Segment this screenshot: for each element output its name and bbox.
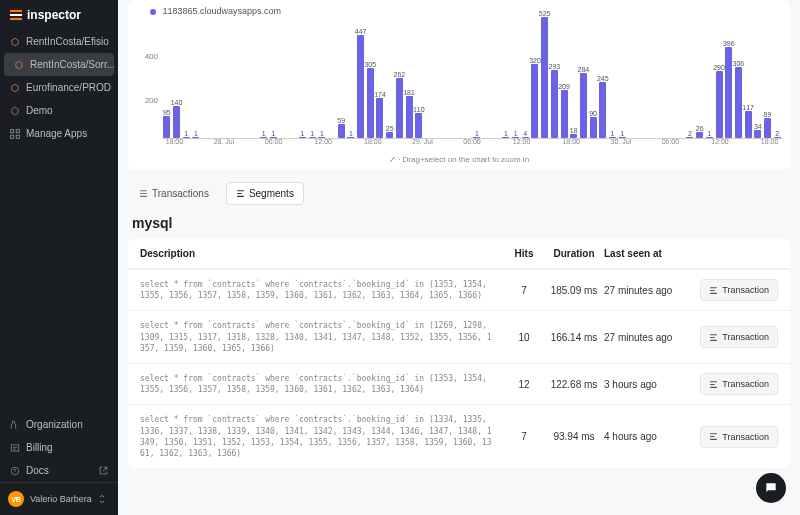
chart-bar[interactable]: 284 <box>580 73 587 138</box>
chart-bar[interactable]: 174 <box>376 98 383 138</box>
chart-bar[interactable]: 4 <box>522 137 529 139</box>
chart-bar[interactable]: 140 <box>173 106 180 138</box>
chart-bar[interactable]: 1 <box>260 137 267 139</box>
chart-bar-label: 1 <box>262 130 266 137</box>
chart-bar[interactable]: 447 <box>357 35 364 138</box>
transaction-button[interactable]: Transaction <box>700 426 778 448</box>
chart-bar[interactable]: 1 <box>299 137 306 139</box>
cell-duration: 166.14 ms <box>544 332 604 343</box>
transaction-button-label: Transaction <box>722 379 769 389</box>
sidebar-app-item[interactable]: Eurofinance/PROD <box>0 76 118 99</box>
chart-bar[interactable]: 1 <box>473 137 480 139</box>
th-description[interactable]: Description <box>140 248 504 259</box>
sidebar-item-docs[interactable]: ?Docs <box>0 459 118 482</box>
chart-bar[interactable]: 1 <box>183 137 190 139</box>
chart-bar[interactable]: 1 <box>706 137 713 139</box>
cell-hits: 7 <box>504 285 544 296</box>
sql-text: select * from `contracts` where `contrac… <box>140 320 494 354</box>
chart-bar[interactable]: 95 <box>163 116 170 138</box>
th-duration[interactable]: Duration <box>544 248 604 259</box>
chart-hint: ⤢ · Drag+select on the chart to zoom in <box>136 153 782 164</box>
tab-segments[interactable]: Segments <box>226 182 304 205</box>
chart-bar[interactable]: 245 <box>599 82 606 138</box>
chart-bar[interactable]: 1 <box>318 137 325 139</box>
chart-bar[interactable]: 90 <box>590 117 597 138</box>
chart-bar[interactable]: 1 <box>609 137 616 139</box>
chart-bar[interactable]: 1 <box>309 137 316 139</box>
app-icon <box>14 60 24 70</box>
chart-bar[interactable]: 306 <box>735 67 742 138</box>
chart-bar[interactable]: 290 <box>716 71 723 138</box>
chart-legend[interactable]: 1183865.cloudwaysapps.com <box>136 4 782 18</box>
chart-bar[interactable]: 1 <box>619 137 626 139</box>
chart-bar[interactable]: 396 <box>725 47 732 138</box>
chart-bar-label: 262 <box>394 71 406 78</box>
user-menu-chevron-icon <box>98 495 106 503</box>
chart-bar-label: 1 <box>301 130 305 137</box>
chart-bar-label: 4 <box>523 130 527 137</box>
transaction-button[interactable]: Transaction <box>700 326 778 348</box>
chart-bar[interactable]: 181 <box>406 96 413 138</box>
sidebar-app-item[interactable]: Demo <box>0 99 118 122</box>
sidebar-item-billing[interactable]: Billing <box>0 436 118 459</box>
external-link-icon <box>99 466 108 475</box>
chart-bar-label: 525 <box>539 10 551 17</box>
sidebar-item-organization[interactable]: Organization <box>0 413 118 436</box>
th-last-seen[interactable]: Last seen at <box>604 248 694 259</box>
sidebar-app-label: Demo <box>26 105 53 116</box>
sidebar-app-label: Eurofinance/PROD <box>26 82 111 93</box>
chart-bar[interactable]: 18 <box>570 134 577 138</box>
chart-bar-label: 181 <box>403 89 415 96</box>
chart-bar[interactable]: 117 <box>745 111 752 138</box>
chart-bar[interactable]: 2 <box>774 137 781 139</box>
table-row: select * from `contracts` where `contrac… <box>128 363 790 404</box>
chart-bar[interactable]: 59 <box>338 124 345 138</box>
cell-hits: 10 <box>504 332 544 343</box>
chart-bar[interactable]: 305 <box>367 68 374 138</box>
segments-table: Description Hits Duration Last seen at s… <box>128 239 790 468</box>
chart-bar[interactable]: 25 <box>386 132 393 138</box>
th-hits[interactable]: Hits <box>504 248 544 259</box>
sidebar-app-label: RentInCosta/Efisio <box>26 36 109 47</box>
chart-bar[interactable]: 89 <box>764 118 771 139</box>
sidebar: inspector RentInCosta/EfisioRentInCosta/… <box>0 0 118 515</box>
sidebar-manage-apps[interactable]: Manage Apps <box>0 122 118 145</box>
svg-rect-0 <box>11 129 14 132</box>
chart-bar[interactable]: 1 <box>502 137 509 139</box>
chart-bar-label: 1 <box>184 130 188 137</box>
brand-logo[interactable]: inspector <box>0 0 118 30</box>
user-menu[interactable]: VB Valerio Barbera <box>0 482 118 515</box>
svg-rect-2 <box>11 135 14 138</box>
chart-bar-label: 110 <box>413 106 425 113</box>
chart-bar-label: 1 <box>310 130 314 137</box>
chart-bar[interactable]: 293 <box>551 70 558 138</box>
chart-bar[interactable]: 1 <box>270 137 277 139</box>
transaction-button[interactable]: Transaction <box>700 279 778 301</box>
chart-bar[interactable]: 320 <box>531 64 538 138</box>
chart-bar-label: 1 <box>611 130 615 137</box>
svg-rect-3 <box>16 135 19 138</box>
table-row: select * from `contracts` where `contrac… <box>128 310 790 363</box>
chart-bar[interactable]: 26 <box>696 132 703 138</box>
transaction-button[interactable]: Transaction <box>700 373 778 395</box>
chart-x-tick: 06:00 <box>662 138 680 145</box>
chart-plot-area[interactable]: 18:0028. Jul06:0012:0018:0029. Jul06:001… <box>162 18 782 139</box>
chart-bar-label: 140 <box>171 99 183 106</box>
chart-bar[interactable]: 110 <box>415 113 422 138</box>
chart-x-tick: 06:00 <box>265 138 283 145</box>
chart-x-tick: 30. Jul <box>610 138 631 145</box>
tab-transactions[interactable]: Transactions <box>130 182 218 205</box>
chart-x-tick: 28. Jul <box>214 138 235 145</box>
chart-bar[interactable]: 1 <box>512 137 519 139</box>
sidebar-app-item[interactable]: RentInCosta/Efisio <box>0 30 118 53</box>
chart[interactable]: 400200 18:0028. Jul06:0012:0018:0029. Ju… <box>136 18 782 153</box>
chart-bar[interactable]: 262 <box>396 78 403 138</box>
chart-bar[interactable]: 525 <box>541 17 548 138</box>
chart-bar[interactable]: 1 <box>347 137 354 139</box>
sidebar-app-item[interactable]: RentInCosta/Sorr... <box>4 53 114 76</box>
chart-bar[interactable]: 1 <box>192 137 199 139</box>
chart-bar[interactable]: 34 <box>754 130 761 138</box>
chat-fab[interactable] <box>756 473 786 503</box>
chart-bar[interactable]: 209 <box>561 90 568 138</box>
chart-bar[interactable]: 2 <box>686 137 693 139</box>
